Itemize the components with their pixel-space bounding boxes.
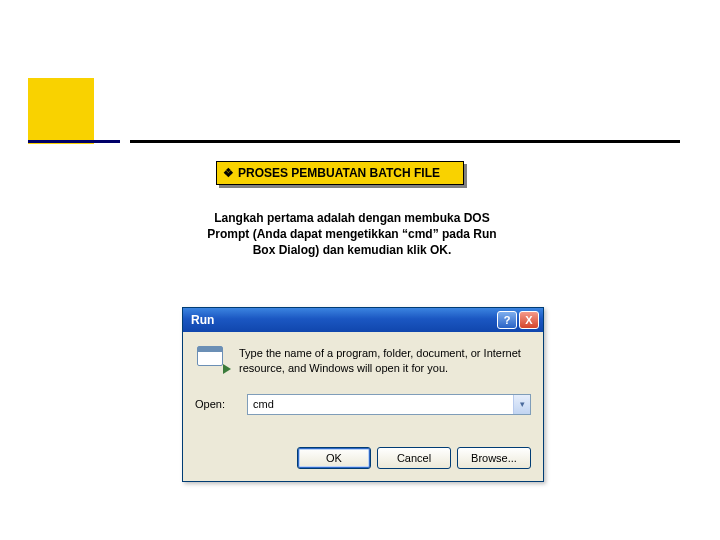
open-value: cmd bbox=[248, 398, 513, 410]
slide-rule-main bbox=[130, 140, 680, 143]
chevron-down-icon: ▾ bbox=[520, 399, 525, 409]
run-dialog: Run ? X Type the name of a program, fold… bbox=[182, 307, 544, 482]
run-dialog-titlebar[interactable]: Run ? X bbox=[183, 308, 543, 332]
browse-button[interactable]: Browse... bbox=[457, 447, 531, 469]
close-button[interactable]: X bbox=[519, 311, 539, 329]
open-label: Open: bbox=[195, 398, 237, 410]
banner-title: PROSES PEMBUATAN BATCH FILE bbox=[238, 166, 440, 180]
run-hint-text: Type the name of a program, folder, docu… bbox=[239, 344, 531, 376]
slide-logo-square bbox=[28, 78, 94, 144]
ok-button[interactable]: OK bbox=[297, 447, 371, 469]
run-program-icon bbox=[195, 344, 229, 372]
bullet-icon: ❖ bbox=[223, 166, 234, 180]
close-icon: X bbox=[525, 314, 532, 326]
open-combobox[interactable]: cmd ▾ bbox=[247, 394, 531, 415]
step-description: Langkah pertama adalah dengan membuka DO… bbox=[197, 210, 507, 259]
slide-rule-accent bbox=[28, 140, 120, 143]
cancel-button[interactable]: Cancel bbox=[377, 447, 451, 469]
dropdown-button[interactable]: ▾ bbox=[513, 395, 530, 414]
run-dialog-title: Run bbox=[191, 313, 214, 327]
help-icon: ? bbox=[504, 314, 511, 326]
section-banner: ❖ PROSES PEMBUATAN BATCH FILE bbox=[216, 161, 464, 185]
help-button[interactable]: ? bbox=[497, 311, 517, 329]
